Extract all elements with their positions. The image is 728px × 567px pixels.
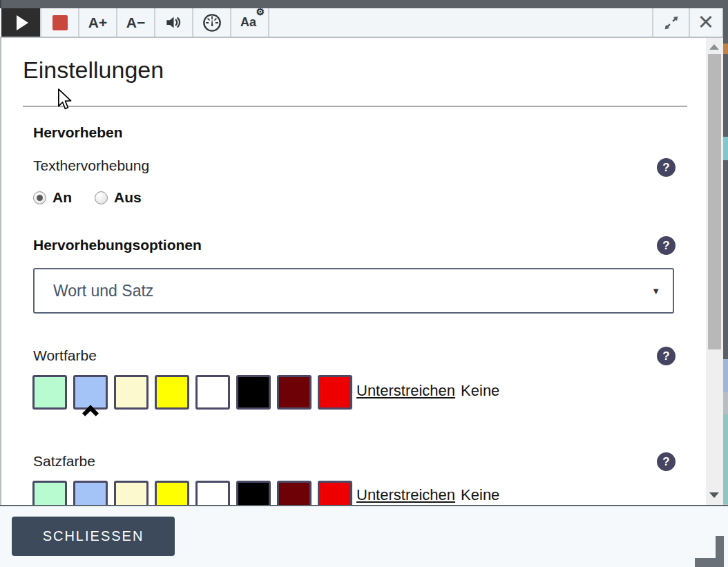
selected-swatch-caret-icon (82, 405, 99, 421)
font-increase-button[interactable]: A+ (78, 8, 116, 37)
minimap-marker-teal-2 (723, 414, 728, 504)
page-scroll-minimap[interactable] (723, 0, 728, 567)
dialog-footer: SCHLIESSEN (0, 505, 728, 567)
volume-button[interactable] (154, 8, 192, 37)
speed-button[interactable] (192, 8, 230, 37)
help-icon-options[interactable]: ? (657, 236, 676, 255)
expand-button[interactable] (652, 8, 689, 37)
radio-off-label: Aus (114, 189, 142, 206)
color-swatch-cream[interactable] (114, 481, 149, 505)
speedometer-icon (202, 13, 222, 32)
question-mark-glyph: ? (662, 455, 669, 469)
dropdown-selected-value: Wort und Satz (53, 282, 153, 300)
color-swatch-mint-green[interactable] (32, 481, 67, 505)
question-mark-glyph: ? (662, 161, 669, 175)
color-swatch-mint-green[interactable] (32, 375, 67, 410)
play-button[interactable] (1, 8, 40, 37)
color-swatch-black[interactable] (236, 375, 271, 410)
font-increase-label: A+ (88, 15, 107, 31)
stop-button[interactable] (40, 8, 78, 37)
word-color-swatch-row (32, 375, 352, 410)
color-swatch-red[interactable] (318, 481, 352, 505)
scroll-up-arrow-icon[interactable] (709, 44, 719, 50)
underline-option[interactable]: Unterstreichen (356, 382, 455, 399)
radio-on-label: An (52, 189, 72, 206)
minimap-marker-orange (723, 44, 728, 54)
page-title: Einstellungen (23, 57, 164, 84)
toolbar: A+ A− Aa ⚙ ✕ (0, 8, 723, 38)
color-swatch-yellow[interactable] (155, 375, 189, 410)
question-mark-glyph: ? (662, 349, 669, 363)
sentence-color-label: Satzfarbe (33, 453, 95, 470)
color-swatch-white[interactable] (195, 375, 230, 410)
help-icon-texthighlight[interactable]: ? (657, 158, 676, 177)
window-close-button[interactable]: ✕ (689, 8, 723, 37)
color-swatch-maroon[interactable] (277, 375, 312, 410)
color-swatch-cream[interactable] (114, 375, 149, 410)
text-settings-button[interactable]: Aa ⚙ (230, 8, 269, 37)
help-icon-wordcolor[interactable]: ? (657, 347, 676, 365)
none-option[interactable]: Keine (461, 382, 499, 399)
text-highlight-label: Texthervorhebung (33, 157, 149, 174)
font-decrease-label: A− (126, 15, 145, 31)
radio-on[interactable] (33, 191, 46, 204)
expand-icon (662, 14, 680, 32)
schliessen-button[interactable]: SCHLIESSEN (12, 517, 175, 556)
settings-dialog: Einstellungen Hervorheben Texthervorhebu… (1, 38, 706, 505)
stop-icon (52, 15, 68, 30)
gear-icon: ⚙ (256, 6, 265, 17)
font-decrease-button[interactable]: A− (116, 8, 154, 37)
text-settings-label: Aa (240, 15, 256, 29)
speaker-icon (164, 13, 183, 32)
word-color-label: Wortfarbe (33, 347, 97, 364)
color-swatch-white[interactable] (195, 481, 230, 505)
minimap-marker-gray (723, 392, 728, 414)
radio-on-dot (37, 195, 43, 201)
sentence-color-style-options: UnterstreichenKeine (356, 486, 499, 504)
close-icon: ✕ (698, 12, 714, 32)
sentence-color-swatch-row (32, 481, 352, 505)
question-mark-glyph: ? (662, 239, 669, 253)
color-swatch-black[interactable] (236, 481, 271, 505)
word-color-style-options: UnterstreichenKeine (356, 382, 499, 400)
play-icon (17, 15, 28, 30)
resize-grip-horizontal[interactable] (695, 558, 724, 567)
help-icon-sentencecolor[interactable]: ? (657, 452, 676, 471)
color-swatch-maroon[interactable] (277, 481, 312, 505)
scroll-down-arrow-icon[interactable] (709, 492, 719, 498)
minimap-marker-teal (723, 137, 728, 160)
highlight-section-heading: Hervorheben (33, 124, 123, 141)
chevron-down-icon: ▼ (651, 286, 660, 296)
options-section-heading: Hervorhebungsoptionen (33, 237, 202, 253)
color-swatch-light-blue[interactable] (73, 481, 108, 505)
color-swatch-light-blue[interactable] (73, 375, 108, 410)
none-option[interactable]: Keine (461, 486, 499, 503)
underline-option[interactable]: Unterstreichen (356, 486, 455, 503)
text-highlight-radio-group: An Aus (33, 189, 142, 206)
title-divider (23, 106, 687, 107)
window-top-strip (0, 0, 728, 8)
dialog-scrollbar[interactable] (706, 38, 723, 505)
mouse-cursor (57, 88, 73, 110)
scrollbar-thumb[interactable] (708, 54, 721, 349)
minimap-marker-blue (723, 359, 728, 392)
highlight-options-dropdown[interactable]: Wort und Satz ▼ (33, 268, 674, 314)
color-swatch-yellow[interactable] (155, 481, 189, 505)
radio-off[interactable] (95, 191, 108, 204)
color-swatch-red[interactable] (318, 375, 352, 410)
